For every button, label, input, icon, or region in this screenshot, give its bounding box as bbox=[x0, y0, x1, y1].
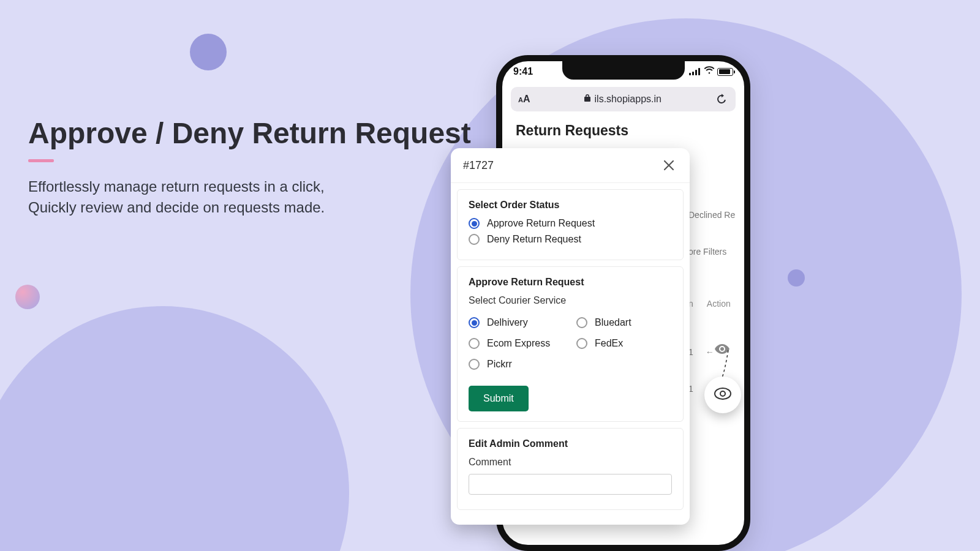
radio-ecom[interactable]: Ecom Express bbox=[469, 338, 554, 349]
radio-label: Bluedart bbox=[595, 317, 631, 328]
order-status-card: Select Order Status Approve Return Reque… bbox=[457, 189, 684, 260]
page-title: Approve / Deny Return Request bbox=[28, 116, 471, 150]
radio-label: Ecom Express bbox=[487, 338, 550, 349]
radio-icon bbox=[469, 234, 480, 245]
section-label: Approve Return Request bbox=[469, 277, 672, 288]
signal-icon bbox=[689, 68, 701, 75]
bg-circle bbox=[0, 306, 349, 551]
screen-title: Return Requests bbox=[516, 122, 731, 139]
reload-icon[interactable] bbox=[715, 92, 728, 106]
submit-button[interactable]: Submit bbox=[469, 386, 529, 411]
field-label: Comment bbox=[469, 457, 672, 468]
bg-circle bbox=[15, 285, 40, 309]
radio-icon bbox=[469, 317, 480, 328]
bg-circle bbox=[788, 269, 805, 287]
section-label: Edit Admin Comment bbox=[469, 438, 672, 449]
status-time: 9:41 bbox=[513, 66, 533, 77]
return-request-modal: #1727 Select Order Status Approve Return… bbox=[451, 148, 690, 525]
radio-label: Delhivery bbox=[487, 317, 528, 328]
behind-cols: nAction bbox=[688, 299, 745, 309]
radio-label: FedEx bbox=[595, 338, 623, 349]
courier-card: Approve Return Request Select Courier Se… bbox=[457, 266, 684, 422]
section-subtitle: Select Courier Service bbox=[469, 295, 672, 306]
radio-label: Approve Return Request bbox=[487, 218, 595, 229]
status-icons bbox=[689, 66, 733, 77]
radio-icon bbox=[576, 317, 587, 328]
bg-circle bbox=[190, 34, 227, 70]
svg-point-1 bbox=[720, 391, 725, 396]
phone-notch bbox=[562, 61, 685, 80]
radio-icon bbox=[469, 218, 480, 229]
comment-input[interactable] bbox=[469, 474, 672, 495]
svg-point-0 bbox=[715, 388, 731, 399]
browser-url-bar[interactable]: AA ils.shopiapps.in bbox=[511, 87, 736, 111]
radio-icon bbox=[576, 338, 587, 349]
behind-more-filters: ore Filters bbox=[688, 247, 745, 257]
admin-comment-card: Edit Admin Comment Comment bbox=[457, 428, 684, 510]
radio-deny[interactable]: Deny Return Request bbox=[469, 234, 672, 245]
modal-order-id: #1727 bbox=[463, 159, 494, 172]
wifi-icon bbox=[704, 66, 715, 77]
eye-icon bbox=[714, 388, 731, 402]
text-size-icon[interactable]: AA bbox=[518, 94, 530, 105]
radio-label: Pickrr bbox=[487, 359, 512, 370]
section-label: Select Order Status bbox=[469, 200, 672, 211]
radio-delhivery[interactable]: Delhivery bbox=[469, 317, 554, 328]
radio-bluedart[interactable]: Bluedart bbox=[576, 317, 662, 328]
battery-icon bbox=[717, 68, 733, 76]
page-subtitle: Effortlessly manage return requests in a… bbox=[28, 176, 325, 217]
title-underline bbox=[28, 159, 54, 162]
radio-approve[interactable]: Approve Return Request bbox=[469, 218, 672, 229]
view-fab[interactable] bbox=[704, 377, 741, 413]
radio-icon bbox=[469, 338, 480, 349]
close-icon[interactable] bbox=[660, 157, 677, 174]
radio-pickrr[interactable]: Pickrr bbox=[469, 359, 554, 370]
behind-tab-declined: Declined Re bbox=[688, 210, 745, 220]
radio-label: Deny Return Request bbox=[487, 234, 581, 245]
radio-icon bbox=[469, 359, 480, 370]
radio-fedex[interactable]: FedEx bbox=[576, 338, 662, 349]
url-text: ils.shopiapps.in bbox=[537, 94, 709, 105]
lock-icon bbox=[584, 94, 591, 105]
